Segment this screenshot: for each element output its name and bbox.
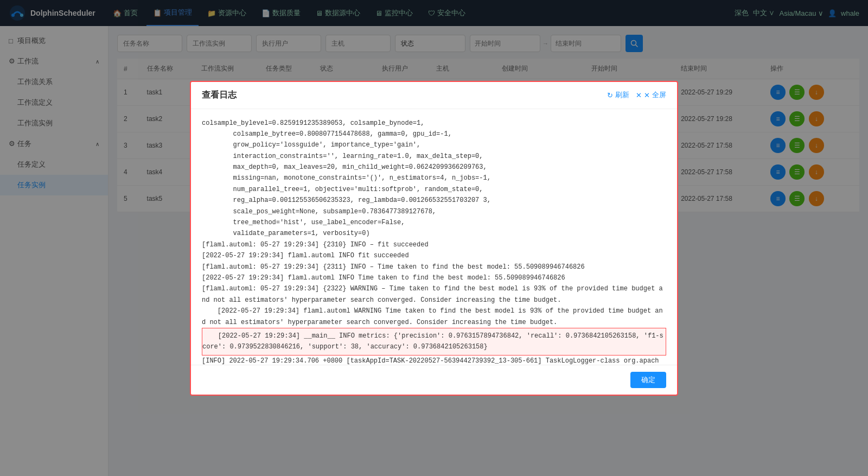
modal-body: colsample_bylevel=0.8259191235389053, co… xyxy=(191,109,677,365)
log-content-post: [INFO] 2022-05-27 19:29:34.706 +0800 [ta… xyxy=(202,356,666,365)
modal-header: 查看日志 ↻ 刷新 ✕ ✕ 全屏 xyxy=(191,82,677,109)
log-modal: 查看日志 ↻ 刷新 ✕ ✕ 全屏 colsample_bylevel=0.825… xyxy=(190,81,678,396)
confirm-button[interactable]: 确定 xyxy=(630,372,666,388)
modal-title: 查看日志 xyxy=(202,90,237,101)
fullscreen-icon: ✕ ✕ xyxy=(636,91,650,99)
log-content-pre: colsample_bylevel=0.8259191235389053, co… xyxy=(202,118,666,328)
refresh-icon: ↻ xyxy=(607,91,613,99)
modal-actions: ↻ 刷新 ✕ ✕ 全屏 xyxy=(607,90,666,100)
modal-footer: 确定 xyxy=(191,365,677,395)
refresh-button[interactable]: ↻ 刷新 xyxy=(607,90,629,100)
log-highlight-line: [2022-05-27 19:29:34] __main__ INFO metr… xyxy=(202,328,666,356)
fullscreen-button[interactable]: ✕ ✕ 全屏 xyxy=(636,90,666,100)
modal-overlay: 查看日志 ↻ 刷新 ✕ ✕ 全屏 colsample_bylevel=0.825… xyxy=(0,0,868,476)
